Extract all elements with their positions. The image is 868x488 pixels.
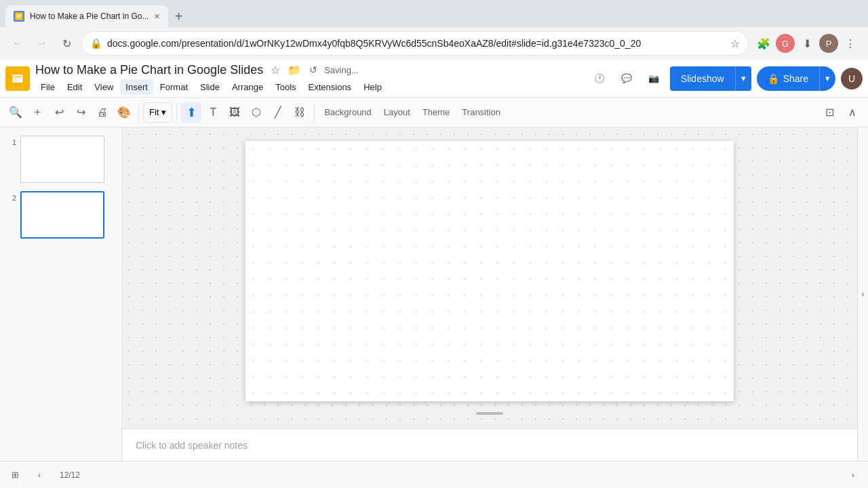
text-button[interactable]: T xyxy=(203,102,223,123)
slide-number-2: 2 xyxy=(5,191,16,202)
background-button[interactable]: Background xyxy=(319,102,376,123)
lock-share-icon: 🔒 xyxy=(768,73,779,84)
right-panel-toggle[interactable]: › xyxy=(857,127,868,461)
redo-button[interactable]: ↪ xyxy=(71,102,91,123)
paint-format-button[interactable]: 🎨 xyxy=(114,102,134,123)
app-title-row: How to Make a Pie Chart in Google Slides… xyxy=(35,62,583,78)
tab-close-icon[interactable]: × xyxy=(154,11,159,22)
toolbar: 🔍 ＋ ↩ ↪ 🖨 🎨 Fit ▾ ⬆ T 🖼 ⬡ ╱ ⛓ Background… xyxy=(0,98,868,127)
app-title-section: How to Make a Pie Chart in Google Slides… xyxy=(35,62,583,95)
canvas-area[interactable] xyxy=(122,127,857,428)
tab-favicon xyxy=(14,11,24,22)
slide-number-1: 1 xyxy=(5,136,16,146)
share-label: Share xyxy=(783,73,808,84)
svg-rect-8 xyxy=(14,80,18,81)
print-button[interactable]: 🖨 xyxy=(92,102,113,123)
address-bar[interactable]: 🔒 docs.google.com/presentation/d/1wOrNKy… xyxy=(81,31,749,56)
slide-thumbnail-1 xyxy=(20,136,104,183)
notes-area[interactable]: Click to add speaker notes xyxy=(122,428,857,461)
menu-item-view[interactable]: View xyxy=(89,79,119,95)
address-text: docs.google.com/presentation/d/1wOrNKy12… xyxy=(107,38,725,49)
slide-item-2[interactable]: 2 xyxy=(3,188,119,241)
zoom-button[interactable]: Fit ▾ xyxy=(143,102,172,123)
more-options-icon[interactable]: ⋮ xyxy=(841,34,860,53)
toolbar-separator-1 xyxy=(138,104,139,121)
menu-item-help[interactable]: Help xyxy=(358,79,387,95)
toolbar-right-actions: ⊡ ∧ xyxy=(819,102,863,123)
download-icon[interactable]: ⬇ xyxy=(797,34,816,53)
select-button[interactable]: ⬆ xyxy=(181,102,201,123)
grid-view-button[interactable]: ⊞ xyxy=(5,466,24,485)
menu-item-file[interactable]: File xyxy=(35,79,60,95)
menu-item-tools[interactable]: Tools xyxy=(270,79,301,95)
share-main-button[interactable]: 🔒 Share xyxy=(757,66,819,91)
share-dropdown-button[interactable]: ▾ xyxy=(819,66,835,91)
menu-item-insert[interactable]: Insert xyxy=(120,79,153,95)
profile-icon[interactable]: P xyxy=(819,34,838,53)
history-button[interactable]: 🕐 xyxy=(589,68,610,89)
main-content: Click to add speaker notes xyxy=(122,127,857,461)
line-button[interactable]: ╱ xyxy=(268,102,288,123)
slideshow-dropdown-button[interactable]: ▾ xyxy=(735,66,751,91)
slideshow-main-button[interactable]: Slideshow xyxy=(670,66,735,91)
camera-button[interactable]: 📷 xyxy=(643,68,665,89)
menu-item-format[interactable]: Format xyxy=(155,79,193,95)
menu-item-edit[interactable]: Edit xyxy=(62,79,87,95)
slide-thumbnail-2 xyxy=(20,191,104,239)
app-header: How to Make a Pie Chart in Google Slides… xyxy=(0,60,868,98)
comment-button[interactable]: 💬 xyxy=(616,68,637,89)
slide-canvas xyxy=(245,141,734,401)
zoom-label: Fit xyxy=(149,107,159,117)
menu-item-slide[interactable]: Slide xyxy=(195,79,225,95)
star-icon[interactable]: ☆ xyxy=(730,37,740,50)
star-favorite-icon[interactable]: ☆ xyxy=(267,62,283,78)
extensions-icon[interactable]: 🧩 xyxy=(754,34,773,53)
add-button[interactable]: ＋ xyxy=(27,102,47,123)
editor-area: 1 2 Click to add speaker notes › xyxy=(0,127,868,461)
theme-button[interactable]: Theme xyxy=(417,102,455,123)
reload-button[interactable]: ↻ xyxy=(57,34,76,53)
collapse-toolbar-icon[interactable]: ∧ xyxy=(842,102,863,123)
browser-chrome: How to Make a Pie Chart in Go... × + ← →… xyxy=(0,0,868,60)
browser-tabs-bar: How to Make a Pie Chart in Go... × + xyxy=(0,0,868,27)
present-button: Slideshow ▾ xyxy=(670,66,751,91)
undo-button[interactable]: ↩ xyxy=(49,102,69,123)
user-avatar[interactable]: U xyxy=(841,68,863,89)
chevron-right-icon: › xyxy=(862,289,865,299)
back-button[interactable]: ← xyxy=(8,34,27,53)
svg-rect-7 xyxy=(14,79,19,79)
lock-icon: 🔒 xyxy=(90,38,102,49)
notes-placeholder[interactable]: Click to add speaker notes xyxy=(136,440,248,451)
image-button[interactable]: 🖼 xyxy=(224,102,245,123)
saving-status: Saving... xyxy=(324,65,359,75)
shapes-button[interactable]: ⬡ xyxy=(246,102,267,123)
layout-button[interactable]: Layout xyxy=(378,102,416,123)
svg-rect-2 xyxy=(16,16,22,16)
slide-item-1[interactable]: 1 xyxy=(3,133,119,186)
toolbar-separator-2 xyxy=(176,104,177,121)
new-tab-button[interactable]: + xyxy=(168,5,190,27)
menu-item-arrange[interactable]: Arrange xyxy=(226,79,269,95)
transition-button[interactable]: Transition xyxy=(456,102,506,123)
expand-button[interactable]: › xyxy=(844,466,863,485)
collapse-panel-button[interactable]: ‹ xyxy=(30,466,49,485)
bottom-right: › xyxy=(844,466,863,485)
bottom-left: ⊞ ‹ xyxy=(5,466,49,485)
slides-panel: 1 2 xyxy=(0,127,122,461)
slide-handle xyxy=(476,412,503,415)
link-button[interactable]: ⛓ xyxy=(290,102,310,123)
toolbar-separator-3 xyxy=(314,104,315,121)
forward-button[interactable]: → xyxy=(33,34,52,53)
present-mode-icon[interactable]: ⊡ xyxy=(819,102,840,123)
tab-title: How to Make a Pie Chart in Go... xyxy=(30,12,149,21)
google-account-icon[interactable]: G xyxy=(776,34,795,53)
menu-item-extensions[interactable]: Extensions xyxy=(303,79,357,95)
app-title-icons: ☆ 📁 ↺ Saving... xyxy=(267,62,359,78)
app-header-actions: 🕐 💬 📷 Slideshow ▾ 🔒 Share ▾ U xyxy=(589,66,863,91)
svg-rect-1 xyxy=(16,14,22,15)
cloud-save-icon[interactable]: ↺ xyxy=(305,62,321,78)
search-toolbar-button[interactable]: 🔍 xyxy=(5,102,26,123)
move-to-folder-icon[interactable]: 📁 xyxy=(286,62,302,78)
browser-tab-active[interactable]: How to Make a Pie Chart in Go... × xyxy=(5,5,168,27)
app-menu: File Edit View Insert Format Slide Arran… xyxy=(35,79,583,95)
